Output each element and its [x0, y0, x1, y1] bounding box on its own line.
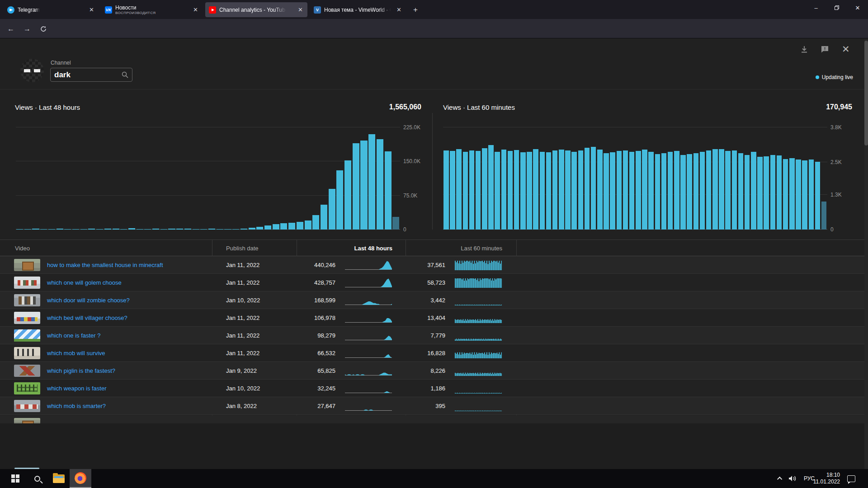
- chart-48h-header: Views · Last 48 hours 1,565,060: [15, 101, 421, 113]
- video-title-link[interactable]: which one will golem choose: [47, 274, 122, 291]
- table-row-partial: [0, 415, 868, 423]
- views-60m-value: 58,723: [406, 274, 445, 291]
- publish-date: Jan 10, 2022: [226, 380, 260, 397]
- col-video[interactable]: Video: [15, 240, 30, 257]
- start-button[interactable]: [5, 469, 26, 488]
- views-48h-value: 106,978: [297, 309, 335, 327]
- vk-icon: VK: [105, 6, 112, 14]
- video-title-link[interactable]: which door will zombie choose?: [47, 291, 130, 309]
- views-60m-value: 3,442: [406, 291, 445, 309]
- video-thumbnail[interactable]: [14, 382, 40, 394]
- views-60m-sparkline: [455, 383, 502, 394]
- studio-analytics-page: Channel dark ✕ Updating live Views · Las…: [0, 39, 868, 469]
- telegram-icon: [7, 6, 14, 14]
- tab-title: Новости: [115, 5, 156, 11]
- table-row[interactable]: which door will zombie choose? Jan 10, 2…: [0, 291, 868, 309]
- clock-date: 11.01.2022: [813, 479, 840, 485]
- window-close-button[interactable]: ✕: [847, 0, 868, 15]
- col-publish-date[interactable]: Publish date: [226, 240, 259, 257]
- tab-close-icon[interactable]: ✕: [297, 6, 304, 13]
- table-row[interactable]: how to make the smallest house in minecr…: [0, 256, 868, 274]
- reload-button[interactable]: [37, 23, 50, 35]
- download-report-button[interactable]: [800, 45, 808, 55]
- chart-60m-total: 170,945: [826, 103, 852, 111]
- tab-vimeworld[interactable]: V Новая тема - VimeWorld - Фору ✕: [310, 2, 406, 17]
- video-thumbnail[interactable]: [14, 329, 40, 342]
- chart-48h-plot[interactable]: 225.0K150.0K75.0K0: [16, 112, 400, 230]
- chart-60m-plot[interactable]: 3.8K2.5K1.3K0: [443, 112, 827, 230]
- close-explore-button[interactable]: ✕: [842, 44, 850, 55]
- new-tab-button[interactable]: +: [410, 4, 421, 16]
- video-thumbnail[interactable]: [14, 294, 40, 306]
- forward-button[interactable]: →: [21, 23, 33, 35]
- publish-date: Jan 11, 2022: [226, 309, 259, 327]
- search-value[interactable]: dark: [54, 70, 122, 80]
- views-60m-sparkline: [455, 277, 502, 288]
- action-center-button[interactable]: [847, 469, 855, 488]
- channel-search-input[interactable]: dark: [50, 68, 132, 82]
- table-row[interactable]: which one is faster ? Jan 11, 2022 98,27…: [0, 327, 868, 344]
- firefox-taskbar-button[interactable]: [70, 469, 91, 488]
- views-48h-value: 168,599: [297, 291, 335, 309]
- video-title-link[interactable]: which one is faster ?: [47, 327, 101, 344]
- video-title-link[interactable]: which weapon is faster: [47, 380, 107, 397]
- tab-vk-news[interactable]: VK Новости ВОСПРОИЗВОДИТСЯ ✕: [101, 2, 203, 17]
- table-row[interactable]: which piglin is the fastest? Jan 9, 2022…: [0, 362, 868, 380]
- video-title-link[interactable]: which piglin is the fastest?: [47, 362, 115, 380]
- col-last-60-minutes[interactable]: Last 60 minutes: [406, 240, 502, 257]
- views-60m-value: 7,779: [406, 327, 445, 344]
- views-48h-sparkline: [345, 260, 392, 271]
- col-last-48-hours[interactable]: Last 48 hours: [297, 240, 392, 257]
- video-thumbnail[interactable]: [14, 312, 40, 324]
- video-title-link[interactable]: how to make the smallest house in minecr…: [47, 256, 163, 274]
- views-60m-sparkline: [455, 313, 502, 324]
- video-thumbnail[interactable]: [14, 400, 40, 412]
- views-48h-sparkline: [345, 313, 392, 324]
- views-48h-sparkline: [345, 348, 392, 359]
- video-thumbnail[interactable]: [14, 347, 40, 359]
- views-48h-value: 32,245: [297, 380, 335, 397]
- search-icon[interactable]: [122, 71, 128, 78]
- video-title-link[interactable]: which bed will villager choose?: [47, 309, 127, 327]
- tab-telegram[interactable]: Telegram ✕: [4, 2, 99, 17]
- feedback-button[interactable]: [821, 45, 829, 55]
- table-row[interactable]: which mob is smarter? Jan 8, 2022 27,647…: [0, 397, 868, 415]
- volume-button[interactable]: [788, 469, 797, 488]
- views-60m-sparkline: [455, 330, 502, 341]
- chart-60m-header: Views · Last 60 minutes 170,945: [443, 101, 852, 113]
- tab-close-icon[interactable]: ✕: [88, 6, 95, 13]
- table-row[interactable]: which bed will villager choose? Jan 11, …: [0, 309, 868, 327]
- window-minimize-button[interactable]: –: [806, 0, 826, 15]
- video-thumbnail[interactable]: [14, 365, 40, 377]
- search-icon: [34, 476, 40, 482]
- video-thumbnail[interactable]: [14, 277, 40, 289]
- tab-close-icon[interactable]: ✕: [192, 6, 199, 13]
- avatar-pixel-eye: [34, 69, 40, 72]
- window-restore-button[interactable]: [826, 0, 847, 15]
- table-row[interactable]: which mob will survive Jan 11, 2022 66,5…: [0, 344, 868, 362]
- views-48h-sparkline: [345, 277, 392, 288]
- views-60m-sparkline: [455, 401, 502, 412]
- video-title-link[interactable]: which mob is smarter?: [47, 397, 106, 415]
- tab-youtube-studio[interactable]: Channel analytics - YouTube Stu ✕: [205, 2, 307, 17]
- file-explorer-button[interactable]: [48, 469, 70, 488]
- table-row[interactable]: which weapon is faster Jan 10, 2022 32,2…: [0, 380, 868, 397]
- chart-48h-title: Views · Last 48 hours: [15, 103, 80, 111]
- views-60m-value: 1,186: [406, 380, 445, 397]
- taskbar-search-button[interactable]: [26, 469, 48, 488]
- vertical-scrollbar[interactable]: [864, 39, 868, 469]
- vertical-scrollbar-thumb[interactable]: [864, 41, 868, 145]
- clock[interactable]: 18:10 11.01.2022: [813, 469, 840, 488]
- tab-close-icon[interactable]: ✕: [396, 6, 402, 13]
- table-row[interactable]: which one will golem choose Jan 11, 2022…: [0, 274, 868, 291]
- views-48h-value: 27,647: [297, 397, 335, 415]
- clock-time: 18:10: [813, 472, 840, 479]
- notification-icon: [847, 475, 855, 482]
- folder-icon: [53, 474, 65, 483]
- views-48h-sparkline: [345, 295, 392, 306]
- tray-chevron-button[interactable]: [778, 469, 782, 488]
- back-button[interactable]: ←: [5, 23, 17, 35]
- video-thumbnail[interactable]: [14, 259, 40, 271]
- video-title-link[interactable]: which mob will survive: [47, 344, 105, 362]
- windows-taskbar: РУС 18:10 11.01.2022: [0, 469, 868, 488]
